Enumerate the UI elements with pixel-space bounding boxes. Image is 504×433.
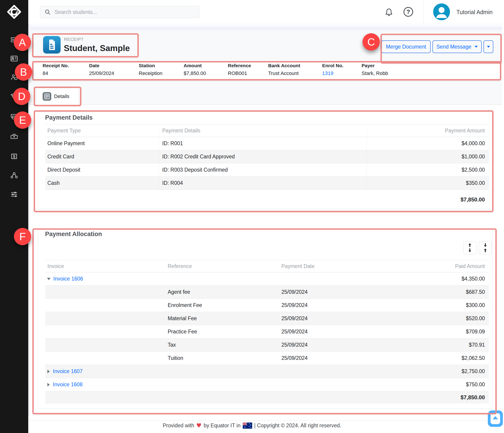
network-icon[interactable] bbox=[10, 171, 18, 179]
settings-sliders-icon[interactable] bbox=[10, 190, 18, 198]
heart-icon: ♥ bbox=[196, 422, 201, 429]
search-input[interactable] bbox=[54, 9, 183, 16]
topbar: ? Tutorial Admin bbox=[28, 0, 504, 24]
footer-text: Provided with ♥ by Equator IT in | Copyr… bbox=[0, 422, 504, 429]
annotation-box-b bbox=[32, 61, 501, 81]
annotation-marker-c: C bbox=[362, 33, 380, 51]
annotation-box-d bbox=[34, 87, 81, 106]
annotation-marker-e: E bbox=[14, 111, 31, 129]
annotation-marker-a: A bbox=[14, 34, 31, 51]
scrollbar-gutter bbox=[502, 24, 504, 433]
footer-suffix: | Copyright © 2024. All right reserved. bbox=[254, 423, 341, 429]
app-logo bbox=[7, 5, 21, 19]
annotation-box-e bbox=[34, 110, 494, 212]
avatar[interactable] bbox=[433, 3, 450, 20]
topbar-shadow bbox=[28, 24, 502, 32]
footer-prefix: Provided with bbox=[163, 423, 194, 429]
user-name[interactable]: Tutorial Admin bbox=[456, 0, 493, 24]
search-box[interactable] bbox=[40, 6, 199, 18]
annotation-marker-b: B bbox=[15, 63, 32, 81]
finance-icon[interactable]: $ bbox=[10, 153, 18, 160]
toolbox-icon[interactable] bbox=[10, 132, 18, 140]
app: $ ? Tutorial Admin bbox=[0, 0, 504, 433]
search-icon bbox=[45, 9, 51, 15]
svg-text:$: $ bbox=[13, 154, 15, 159]
annotation-marker-d: D bbox=[13, 88, 30, 105]
annotation-box-c bbox=[380, 34, 502, 63]
footer-middle: by Equator IT in bbox=[204, 423, 241, 429]
notifications-bell-icon[interactable] bbox=[384, 8, 394, 17]
annotation-box-f bbox=[32, 228, 497, 414]
annotation-marker-f: F bbox=[14, 228, 31, 245]
contacts-icon[interactable] bbox=[10, 55, 18, 63]
avatar-person-icon bbox=[433, 3, 450, 20]
topbar-divider bbox=[423, 0, 423, 24]
annotation-box-a bbox=[32, 33, 139, 57]
help-icon[interactable]: ? bbox=[404, 7, 413, 17]
scroll-top-arrow-icon bbox=[491, 413, 500, 424]
australia-flag-icon bbox=[243, 423, 252, 429]
